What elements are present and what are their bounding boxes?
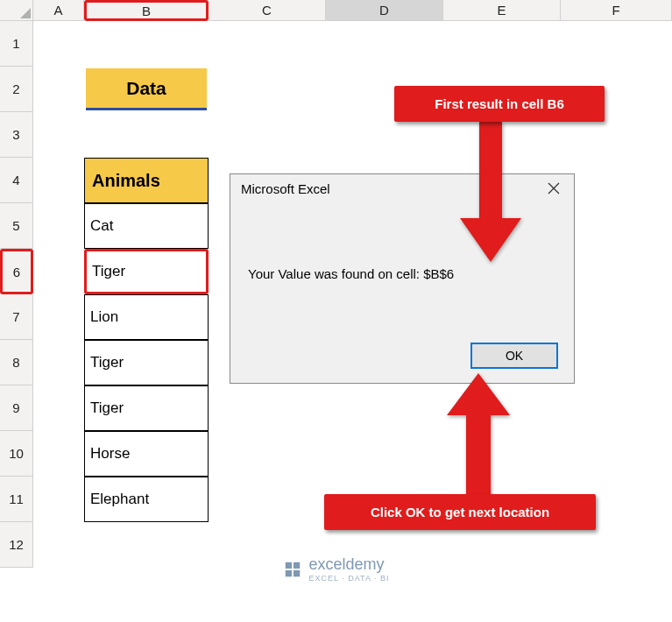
- col-header-label: E: [497, 3, 506, 18]
- row-header-11[interactable]: 11: [0, 477, 33, 522]
- col-header-label: D: [379, 3, 389, 18]
- row-header-label: 12: [9, 537, 24, 552]
- row-header-label: 1: [12, 36, 19, 51]
- select-all-corner[interactable]: [0, 0, 33, 21]
- row-header-2[interactable]: 2: [0, 67, 33, 112]
- section-title-text: Data: [126, 78, 166, 99]
- col-header-b[interactable]: B: [84, 0, 209, 21]
- col-header-c[interactable]: C: [209, 0, 326, 21]
- table-header-cell[interactable]: Animals: [84, 158, 209, 203]
- row-header-8[interactable]: 8: [0, 340, 33, 385]
- cell-value: Elephant: [90, 491, 149, 508]
- callout-click-ok: Click OK to get next location: [324, 494, 596, 530]
- row-header-label: 9: [12, 400, 19, 415]
- col-header-d[interactable]: D: [326, 0, 443, 21]
- cell-b11[interactable]: Elephant: [84, 477, 209, 522]
- row-header-label: 10: [9, 446, 24, 461]
- col-header-label: C: [262, 3, 272, 18]
- callout-arrow-down-icon: [460, 122, 521, 265]
- col-header-e[interactable]: E: [443, 0, 561, 21]
- col-header-f[interactable]: F: [561, 0, 672, 21]
- callout-text: First result in cell B6: [435, 96, 564, 111]
- table-header-text: Animals: [92, 171, 160, 191]
- dialog-title: Microsoft Excel: [241, 181, 330, 196]
- row-header-4[interactable]: 4: [0, 158, 33, 203]
- row-header-label: 5: [12, 218, 19, 233]
- callout-arrow-up-icon: [447, 373, 510, 508]
- watermark: exceldemy EXCEL · DATA · BI: [0, 555, 672, 583]
- cell-b5[interactable]: Cat: [84, 203, 209, 249]
- row-header-label: 2: [12, 81, 19, 96]
- row-header-9[interactable]: 9: [0, 385, 33, 431]
- ok-button[interactable]: OK: [470, 343, 558, 369]
- watermark-text: exceldemy EXCEL · DATA · BI: [309, 555, 390, 583]
- svg-marker-0: [460, 122, 521, 262]
- row-header-10[interactable]: 10: [0, 431, 33, 477]
- row-header-3[interactable]: 3: [0, 112, 33, 158]
- cell-value: Horse: [90, 445, 130, 463]
- watermark-sub: EXCEL · DATA · BI: [309, 574, 390, 583]
- watermark-brand: exceldemy: [309, 555, 385, 573]
- cell-value: Tiger: [90, 354, 124, 371]
- row-header-label: 11: [9, 491, 24, 506]
- row-header-label: 3: [12, 127, 19, 142]
- svg-marker-1: [447, 373, 510, 505]
- row-header-label: 6: [13, 265, 20, 279]
- section-title: Data: [86, 68, 207, 110]
- cell-value: Lion: [90, 308, 118, 326]
- dialog-message: Your Value was found on cell: $B$6: [248, 266, 454, 281]
- cell-b10[interactable]: Horse: [84, 431, 209, 477]
- cell-value: Tiger: [90, 399, 124, 417]
- dialog-close-button[interactable]: [534, 174, 574, 204]
- cell-b9[interactable]: Tiger: [84, 385, 209, 431]
- callout-first-result: First result in cell B6: [394, 86, 605, 122]
- exceldemy-logo-icon: [283, 560, 302, 579]
- cell-b7[interactable]: Lion: [84, 294, 209, 340]
- col-header-label: F: [612, 3, 619, 18]
- row-header-label: 8: [12, 355, 19, 370]
- col-header-label: A: [53, 3, 62, 18]
- row-header-7[interactable]: 7: [0, 294, 33, 340]
- cell-value: Tiger: [92, 263, 125, 280]
- close-icon: [548, 180, 560, 199]
- row-header-1[interactable]: 1: [0, 21, 33, 67]
- row-header-label: 4: [12, 173, 19, 187]
- message-box: Microsoft Excel Your Value was found on …: [230, 173, 575, 384]
- cell-b8[interactable]: Tiger: [84, 340, 209, 385]
- col-header-label: B: [142, 4, 151, 18]
- row-header-5[interactable]: 5: [0, 203, 33, 249]
- row-header-6[interactable]: 6: [0, 249, 33, 294]
- cell-b6[interactable]: Tiger: [84, 249, 209, 294]
- row-header-label: 7: [12, 309, 19, 324]
- col-header-a[interactable]: A: [33, 0, 84, 21]
- cell-value: Cat: [90, 217, 113, 235]
- callout-text: Click OK to get next location: [371, 505, 549, 520]
- ok-button-label: OK: [506, 349, 523, 363]
